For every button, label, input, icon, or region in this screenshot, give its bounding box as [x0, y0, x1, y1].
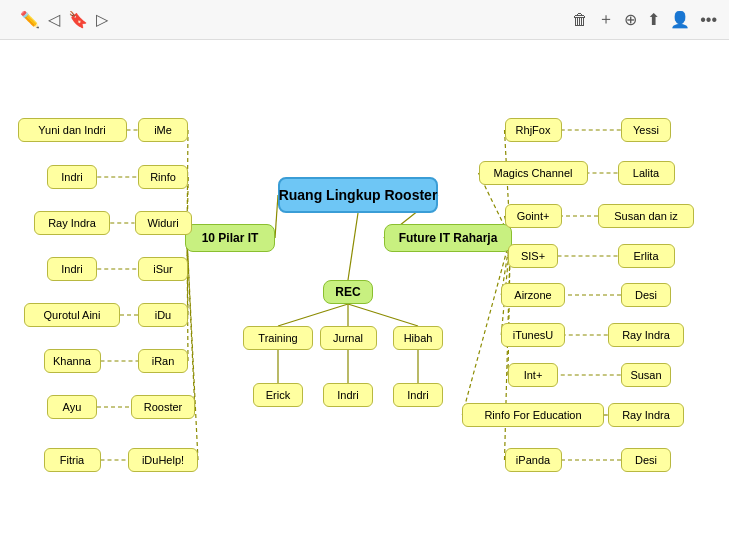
node-ro_4[interactable]: Desi [621, 283, 671, 307]
topbar: ✏️ ◁ 🔖 ▷ 🗑 ＋ ⊕ ⬆ 👤 ••• [0, 0, 729, 40]
node-indri2[interactable]: Indri [393, 383, 444, 407]
node-rm1[interactable]: Future IT Raharja [384, 224, 513, 252]
node-lo_2[interactable]: Ray Indra [34, 211, 111, 235]
more-icon[interactable]: ••• [700, 11, 717, 29]
node-ri_1[interactable]: Magics Channel [479, 161, 588, 185]
node-li_7[interactable]: iDuHelp! [128, 448, 198, 472]
node-indri1[interactable]: Indri [323, 383, 374, 407]
node-ro_1[interactable]: Lalita [618, 161, 675, 185]
node-li_2[interactable]: Widuri [135, 211, 192, 235]
node-lm1[interactable]: 10 Pilar IT [185, 224, 275, 252]
mindmap-canvas: Ruang Lingkup Rooster10 Pilar ITFuture I… [0, 40, 729, 547]
node-ro_5[interactable]: Ray Indra [608, 323, 685, 347]
node-ro_3[interactable]: Erlita [618, 244, 675, 268]
node-lo_5[interactable]: Khanna [44, 349, 101, 373]
back-nav-icon[interactable]: ◁ [48, 10, 60, 29]
node-li_6[interactable]: Rooster [131, 395, 195, 419]
node-lo_3[interactable]: Indri [47, 257, 98, 281]
node-lo_4[interactable]: Qurotul Aini [24, 303, 120, 327]
node-ri_4[interactable]: Airzone [501, 283, 565, 307]
node-ro_7[interactable]: Ray Indra [608, 403, 685, 427]
edit-icon[interactable]: ✏️ [20, 10, 40, 29]
svg-line-5 [348, 304, 418, 326]
node-lo_6[interactable]: Ayu [47, 395, 97, 419]
node-ri_5[interactable]: iTunesU [501, 323, 565, 347]
add-cross-icon[interactable]: ⊕ [624, 10, 637, 29]
node-ri_8[interactable]: iPanda [505, 448, 562, 472]
node-ri_7[interactable]: Rinfo For Education [462, 403, 604, 427]
node-center[interactable]: Ruang Lingkup Rooster [278, 177, 438, 213]
node-rec[interactable]: REC [323, 280, 373, 304]
node-erick[interactable]: Erick [253, 383, 304, 407]
forward-nav-icon[interactable]: ▷ [96, 10, 108, 29]
svg-line-2 [348, 213, 358, 280]
node-lo_1[interactable]: Indri [47, 165, 98, 189]
node-ri_2[interactable]: Goint+ [505, 204, 562, 228]
node-lo_0[interactable]: Yuni dan Indri [18, 118, 127, 142]
node-jurnal[interactable]: Jurnal [320, 326, 377, 350]
node-training[interactable]: Training [243, 326, 313, 350]
add-icon[interactable]: ＋ [598, 9, 614, 30]
share-icon[interactable]: ⬆ [647, 10, 660, 29]
svg-line-3 [278, 304, 348, 326]
bookmark-icon[interactable]: 🔖 [68, 10, 88, 29]
node-ri_3[interactable]: SIS+ [508, 244, 558, 268]
node-ro_2[interactable]: Susan dan iz [598, 204, 694, 228]
node-li_1[interactable]: Rinfo [138, 165, 189, 189]
node-li_5[interactable]: iRan [138, 349, 188, 373]
node-ro_0[interactable]: Yessi [621, 118, 672, 142]
node-li_0[interactable]: iMe [138, 118, 188, 142]
node-ri_0[interactable]: RhjFox [505, 118, 562, 142]
node-li_3[interactable]: iSur [138, 257, 188, 281]
trash-icon[interactable]: 🗑 [572, 11, 588, 29]
node-hibah[interactable]: Hibah [393, 326, 444, 350]
node-ri_6[interactable]: Int+ [508, 363, 558, 387]
node-li_4[interactable]: iDu [138, 303, 188, 327]
user-icon[interactable]: 👤 [670, 10, 690, 29]
node-lo_7[interactable]: Fitria [44, 448, 101, 472]
node-ro_6[interactable]: Susan [621, 363, 672, 387]
node-ro_8[interactable]: Desi [621, 448, 671, 472]
